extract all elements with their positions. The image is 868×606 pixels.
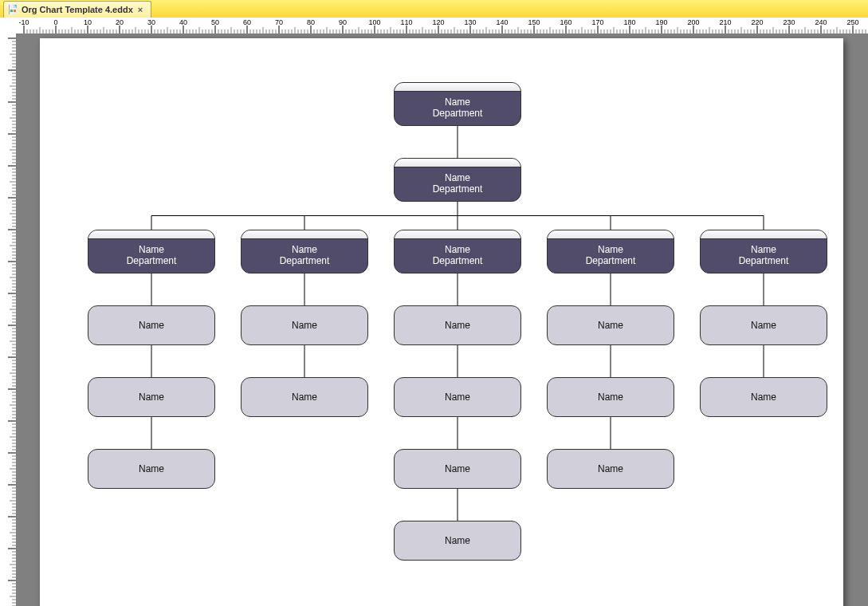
document-tab-title: Org Chart Template 4.eddx	[22, 5, 133, 14]
page[interactable]: NameDepartmentNameDepartmentNameDepartme…	[40, 38, 843, 606]
card-name: Name	[701, 244, 827, 255]
member-card[interactable]: Name	[88, 377, 215, 417]
org-chart-diagram: NameDepartmentNameDepartmentNameDepartme…	[40, 38, 843, 606]
ruler-tick-label: 60	[243, 18, 251, 26]
member-card[interactable]: Name	[241, 377, 368, 417]
member-card[interactable]: Name	[547, 377, 674, 417]
card-header-stripe	[88, 230, 214, 239]
ruler-tick-label: 140	[496, 18, 508, 26]
ruler-tick-label: 80	[307, 18, 315, 26]
department-card[interactable]: NameDepartment	[394, 230, 521, 273]
member-card[interactable]: Name	[547, 305, 674, 345]
member-card[interactable]: Name	[547, 449, 674, 489]
card-header-stripe	[395, 230, 520, 239]
document-icon	[9, 5, 18, 14]
sub-root-card[interactable]: NameDepartment	[394, 158, 521, 202]
ruler-tick-label: 120	[432, 18, 444, 26]
card-header-stripe	[395, 83, 520, 92]
ruler-tick-label: 0	[53, 18, 57, 26]
member-card[interactable]: Name	[88, 305, 215, 345]
card-department: Department	[548, 255, 674, 266]
document-tab[interactable]: Org Chart Template 4.eddx ×	[3, 1, 151, 18]
member-card[interactable]: Name	[394, 377, 521, 417]
root-card[interactable]: NameDepartment	[394, 82, 521, 126]
card-name: Name	[88, 244, 214, 255]
member-card[interactable]: Name	[394, 449, 521, 489]
card-name: Name	[395, 172, 520, 183]
tab-strip: Org Chart Template 4.eddx ×	[0, 0, 868, 18]
department-card[interactable]: NameDepartment	[88, 230, 215, 273]
vertical-ruler[interactable]	[0, 33, 17, 606]
ruler-tick-label: 20	[116, 18, 124, 26]
member-card[interactable]: Name	[700, 305, 827, 345]
card-department: Department	[395, 183, 520, 195]
svg-rect-1	[10, 10, 13, 12]
department-card[interactable]: NameDepartment	[241, 230, 368, 273]
member-card[interactable]: Name	[394, 305, 521, 345]
card-department: Department	[701, 255, 827, 266]
card-name: Name	[242, 244, 367, 255]
ruler-tick-label: 240	[815, 18, 827, 26]
horizontal-ruler[interactable]: -100102030405060708090100110120130140150…	[16, 18, 868, 34]
member-card[interactable]: Name	[394, 521, 521, 561]
ruler-tick-label: 100	[368, 18, 380, 26]
ruler-tick-label: 50	[211, 18, 219, 26]
ruler-tick-label: 160	[560, 18, 571, 26]
ruler-tick-label: 130	[464, 18, 476, 26]
svg-rect-2	[14, 10, 16, 12]
ruler-tick-label: 10	[84, 18, 92, 26]
ruler-tick-label: 200	[687, 18, 699, 26]
ruler-tick-label: -10	[18, 18, 29, 26]
ruler-tick-label: 30	[147, 18, 155, 26]
ruler-tick-label: 150	[528, 18, 540, 26]
card-name: Name	[548, 244, 674, 255]
member-card[interactable]: Name	[241, 305, 368, 345]
ruler-tick-label: 210	[719, 18, 731, 26]
ruler-tick-label: 250	[846, 18, 858, 26]
ruler-tick-label: 220	[751, 18, 763, 26]
ruler-tick-label: 110	[400, 18, 412, 26]
card-name: Name	[395, 96, 520, 108]
member-card[interactable]: Name	[88, 449, 215, 489]
ruler-corner	[0, 18, 17, 34]
card-department: Department	[395, 108, 520, 119]
card-header-stripe	[548, 230, 674, 239]
card-department: Department	[242, 255, 367, 266]
department-card[interactable]: NameDepartment	[700, 230, 827, 273]
ruler-tick-label: 230	[783, 18, 795, 26]
card-department: Department	[395, 255, 520, 266]
card-header-stripe	[395, 159, 520, 167]
canvas-area[interactable]: NameDepartmentNameDepartmentNameDepartme…	[16, 33, 868, 606]
tab-close-icon[interactable]: ×	[138, 5, 143, 14]
ruler-tick-label: 70	[275, 18, 283, 26]
ruler-tick-label: 40	[179, 18, 187, 26]
ruler-tick-label: 170	[591, 18, 603, 26]
card-header-stripe	[242, 230, 367, 239]
card-department: Department	[88, 255, 214, 266]
ruler-tick-label: 190	[655, 18, 667, 26]
ruler-tick-label: 90	[339, 18, 347, 26]
card-header-stripe	[701, 230, 827, 239]
member-card[interactable]: Name	[700, 377, 827, 417]
card-name: Name	[395, 244, 520, 255]
ruler-tick-label: 180	[623, 18, 635, 26]
department-card[interactable]: NameDepartment	[547, 230, 674, 273]
